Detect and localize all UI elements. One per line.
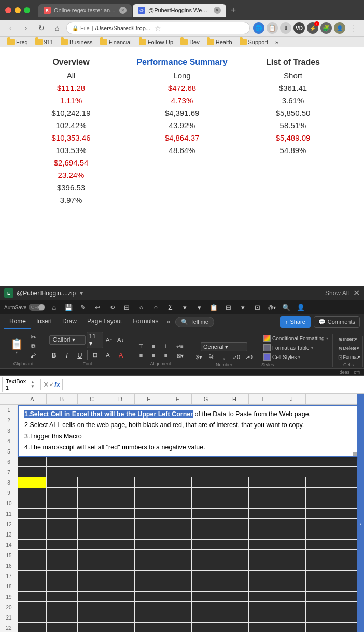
cell-C19[interactable]: [78, 592, 106, 602]
bookmark-dev[interactable]: Dev: [177, 38, 203, 46]
cell-D17[interactable]: [106, 571, 135, 581]
cell-D16[interactable]: [106, 560, 135, 571]
cell-J8[interactable]: [277, 477, 306, 488]
at-toolbar-icon[interactable]: @▾: [266, 301, 277, 313]
bookmark-star-icon[interactable]: ☆: [155, 24, 161, 32]
copy-button[interactable]: ⧉: [27, 342, 39, 350]
cell-D15[interactable]: [106, 550, 135, 560]
clipboard-toolbar-icon[interactable]: 📋: [208, 301, 219, 313]
cell-B13[interactable]: [47, 529, 78, 540]
cell-C13[interactable]: [78, 529, 106, 540]
cell-A19[interactable]: [18, 592, 47, 602]
cell-I15[interactable]: [249, 550, 277, 560]
excel-close-button[interactable]: ✕: [353, 288, 360, 298]
decrease-decimal-button[interactable]: ↙0: [231, 352, 242, 362]
cell-B11[interactable]: [47, 509, 78, 519]
bookmarks-more[interactable]: »: [272, 38, 282, 46]
cell-I16[interactable]: [249, 560, 277, 571]
show-all-button[interactable]: Show All: [325, 290, 349, 297]
increase-decimal-button[interactable]: ↗0: [243, 352, 255, 362]
cell-C8[interactable]: [78, 477, 106, 488]
cell-B21[interactable]: [47, 612, 78, 623]
cell-J19[interactable]: [277, 592, 306, 602]
profile-icon[interactable]: 👤: [334, 22, 345, 34]
bookmark-followup[interactable]: Follow-Up: [136, 38, 177, 46]
cell-ref-down-arrow[interactable]: ▼: [31, 384, 35, 389]
cell-F15[interactable]: [163, 550, 192, 560]
formula-input[interactable]: [65, 380, 362, 389]
cell-B15[interactable]: [47, 550, 78, 560]
cell-F11[interactable]: [163, 509, 192, 519]
cell-G18[interactable]: [192, 581, 220, 592]
cell-E19[interactable]: [135, 592, 163, 602]
cell-F18[interactable]: [163, 581, 192, 592]
cell-reference-box[interactable]: TextBox 1 ▲ ▼: [2, 377, 38, 392]
cell-E22[interactable]: [135, 623, 163, 632]
merge-cells-button[interactable]: ⊠▾: [174, 351, 186, 360]
italic-button[interactable]: I: [61, 350, 73, 360]
bookmark-business[interactable]: Business: [58, 38, 96, 46]
cell-F21[interactable]: [163, 612, 192, 623]
cell-F13[interactable]: [163, 529, 192, 540]
cell-A7[interactable]: [18, 467, 47, 477]
cell-D10[interactable]: [106, 498, 135, 509]
cell-A22[interactable]: [18, 623, 47, 632]
home-button[interactable]: ⌂: [51, 22, 63, 34]
cell-C9[interactable]: [78, 488, 106, 498]
cell-E20[interactable]: [135, 602, 163, 612]
align-right-button[interactable]: ≡: [160, 351, 172, 360]
cell-I10[interactable]: [249, 498, 277, 509]
share-button[interactable]: ↑ Share: [280, 316, 311, 328]
cell-F9[interactable]: [163, 488, 192, 498]
cell-G12[interactable]: [192, 519, 220, 529]
comma-button[interactable]: ,: [218, 352, 230, 362]
bookmark-support[interactable]: Support: [236, 38, 272, 46]
cell-A16[interactable]: [18, 560, 47, 571]
cell-A13[interactable]: [18, 529, 47, 540]
format-as-table-button[interactable]: Format as Table ▾: [261, 343, 330, 352]
align-bottom-button[interactable]: ⊥: [160, 342, 172, 350]
browser-tab-1[interactable]: R Online regex tester and debug... ✕: [38, 4, 132, 17]
number-format-select[interactable]: General ▾: [201, 342, 247, 351]
format-cell-button[interactable]: ⊡ Format▾: [337, 353, 360, 361]
cell-D12[interactable]: [106, 519, 135, 529]
tab-insert[interactable]: Insert: [31, 314, 57, 329]
cell-C18[interactable]: [78, 581, 106, 592]
cell-G10[interactable]: [192, 498, 220, 509]
cell-B18[interactable]: [47, 581, 78, 592]
cell-F12[interactable]: [163, 519, 192, 529]
cell-G13[interactable]: [192, 529, 220, 540]
cell-H18[interactable]: [220, 581, 249, 592]
cell-E18[interactable]: [135, 581, 163, 592]
forward-button[interactable]: ›: [20, 22, 32, 34]
fill-color-button[interactable]: A: [102, 350, 114, 360]
cell-A8[interactable]: [18, 477, 47, 488]
resize-handle[interactable]: [353, 452, 357, 456]
cell-F19[interactable]: [163, 592, 192, 602]
cell-H21[interactable]: [220, 612, 249, 623]
cell-B16[interactable]: [47, 560, 78, 571]
undo-toolbar-icon[interactable]: ↩: [92, 301, 103, 313]
cell-B14[interactable]: [47, 540, 78, 550]
new-tab-button[interactable]: +: [227, 4, 240, 17]
cell-F10[interactable]: [163, 498, 192, 509]
cell-B7[interactable]: [47, 467, 358, 477]
maximize-traffic-light[interactable]: [24, 7, 30, 13]
cell-A11[interactable]: [18, 509, 47, 519]
cell-H22[interactable]: [220, 623, 249, 632]
cell-A14[interactable]: [18, 540, 47, 550]
cell-D8[interactable]: [106, 477, 135, 488]
currency-button[interactable]: $▾: [193, 352, 205, 362]
cell-J10[interactable]: [277, 498, 306, 509]
cell-G9[interactable]: [192, 488, 220, 498]
insert-cell-button[interactable]: ⊕ Insert▾: [337, 336, 360, 343]
format-painter-button[interactable]: 🖌: [27, 351, 39, 360]
cell-H20[interactable]: [220, 602, 249, 612]
cell-J20[interactable]: [277, 602, 306, 612]
cell-H10[interactable]: [220, 498, 249, 509]
cell-A17[interactable]: [18, 571, 47, 581]
home-toolbar-icon[interactable]: ⌂: [48, 301, 60, 313]
save-toolbar-icon[interactable]: 💾: [63, 301, 74, 313]
cell-B20[interactable]: [47, 602, 78, 612]
cell-I17[interactable]: [249, 571, 277, 581]
